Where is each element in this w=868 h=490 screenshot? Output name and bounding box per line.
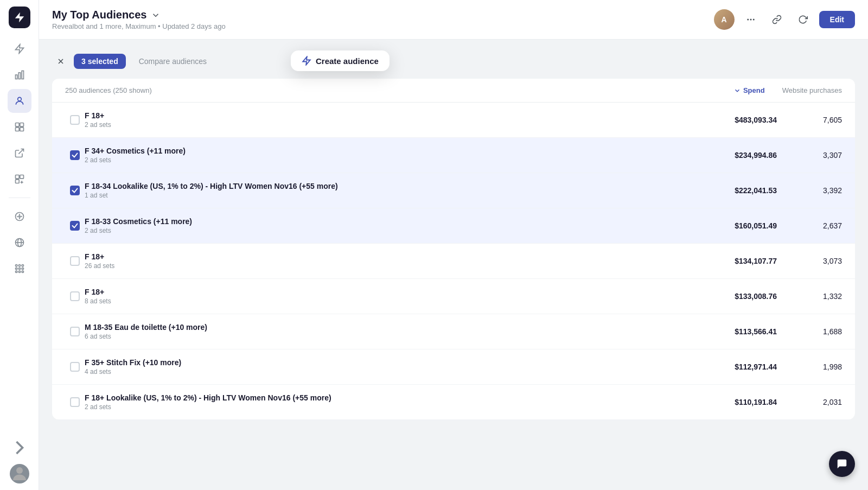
- sidebar-item-export[interactable]: [8, 141, 31, 165]
- audience-spend: $113,566.41: [690, 327, 777, 336]
- svg-marker-34: [303, 57, 310, 65]
- audience-purchases: 7,605: [777, 116, 842, 124]
- logo-icon: [14, 11, 25, 23]
- table-row[interactable]: F 18-33 Cosmetics (+11 more) 2 ad sets $…: [52, 208, 855, 244]
- audience-spend: $483,093.34: [690, 116, 777, 124]
- dropdown-arrow-icon: [151, 10, 161, 20]
- table-row[interactable]: F 34+ Cosmetics (+11 more) 2 ad sets $23…: [52, 138, 855, 173]
- collapse-sidebar-button[interactable]: [8, 436, 31, 460]
- row-checkbox-area[interactable]: [65, 256, 85, 266]
- row-checkbox[interactable]: [70, 115, 80, 125]
- row-checkbox-area[interactable]: [65, 397, 85, 407]
- row-checkbox[interactable]: [70, 186, 80, 195]
- row-checkbox[interactable]: [70, 150, 80, 160]
- audience-sub: 8 ad sets: [85, 297, 690, 305]
- header-subtitle: Revealbot and 1 more, Maximum • Updated …: [52, 22, 226, 30]
- user-avatar[interactable]: [10, 464, 29, 483]
- link-icon: [772, 15, 782, 24]
- globe-icon: [14, 237, 25, 248]
- row-checkbox[interactable]: [70, 221, 80, 231]
- flash-icon: [14, 43, 25, 54]
- more-options-button[interactable]: [741, 10, 761, 29]
- sidebar-item-globe[interactable]: [8, 231, 31, 254]
- svg-rect-3: [22, 71, 23, 79]
- row-checkbox-area[interactable]: [65, 186, 85, 195]
- row-checkbox[interactable]: [70, 397, 80, 407]
- audience-name: F 35+ Stitch Fix (+10 more): [85, 358, 690, 367]
- audience-spend: $222,041.53: [690, 186, 777, 195]
- purchases-column-header: Website purchases: [782, 86, 842, 94]
- sidebar-item-flash[interactable]: [8, 37, 31, 61]
- main-content: My Top Audiences Revealbot and 1 more, M…: [39, 0, 868, 490]
- audience-purchases: 3,073: [777, 257, 842, 265]
- row-checkbox-area[interactable]: [65, 150, 85, 160]
- row-checkbox-area[interactable]: [65, 327, 85, 336]
- svg-rect-8: [20, 128, 23, 131]
- audience-sub: 2 ad sets: [85, 156, 690, 164]
- audience-spend: $134,107.77: [690, 257, 777, 265]
- svg-point-29: [747, 19, 749, 21]
- sort-down-icon: [733, 87, 741, 94]
- close-icon: [56, 57, 65, 66]
- link-button[interactable]: [767, 10, 787, 29]
- app-logo[interactable]: [9, 7, 30, 28]
- audience-sub: 2 ad sets: [85, 227, 690, 234]
- chat-support-button[interactable]: [829, 451, 855, 477]
- table-row[interactable]: F 18+ 2 ad sets $483,093.34 7,605: [52, 103, 855, 138]
- refresh-button[interactable]: [793, 10, 813, 29]
- sidebar-item-bar-chart[interactable]: [8, 63, 31, 87]
- page-title-text: My Top Audiences: [52, 9, 146, 21]
- audience-purchases: 2,031: [777, 398, 842, 406]
- audience-spend: $110,191.84: [690, 398, 777, 406]
- audience-rows-container: F 18+ 2 ad sets $483,093.34 7,605 F 34+ …: [52, 103, 855, 419]
- svg-point-25: [15, 271, 17, 272]
- sidebar-item-grid[interactable]: [8, 257, 31, 281]
- table-row[interactable]: F 35+ Stitch Fix (+10 more) 4 ad sets $1…: [52, 349, 855, 385]
- sidebar-item-add-widget[interactable]: [8, 167, 31, 191]
- create-audience-label: Create audience: [316, 56, 379, 66]
- row-checkbox[interactable]: [70, 327, 80, 336]
- audiences-icon: [14, 96, 25, 106]
- svg-point-4: [17, 97, 21, 101]
- checkmark-icon: [72, 222, 78, 229]
- audience-info: F 18+ 8 ad sets: [85, 288, 690, 305]
- table-row[interactable]: F 18-34 Lookalike (US, 1% to 2%) - High …: [52, 173, 855, 208]
- row-checkbox[interactable]: [70, 362, 80, 372]
- row-checkbox-area[interactable]: [65, 115, 85, 125]
- row-checkbox-area[interactable]: [65, 221, 85, 231]
- table-row[interactable]: M 18-35 Eau de toilette (+10 more) 6 ad …: [52, 314, 855, 349]
- row-checkbox-area[interactable]: [65, 362, 85, 372]
- audience-info: F 34+ Cosmetics (+11 more) 2 ad sets: [85, 147, 690, 164]
- svg-point-30: [750, 19, 751, 21]
- edit-button[interactable]: Edit: [819, 11, 855, 28]
- table-row[interactable]: F 18+ Lookalike (US, 1% to 2%) - High LT…: [52, 385, 855, 419]
- page-title[interactable]: My Top Audiences: [52, 9, 226, 21]
- audience-sub: 26 ad sets: [85, 262, 690, 270]
- gallery-icon: [14, 122, 25, 132]
- sidebar-item-audiences[interactable]: [8, 89, 31, 113]
- audience-name: F 18-33 Cosmetics (+11 more): [85, 217, 690, 226]
- sidebar-item-gallery[interactable]: [8, 115, 31, 139]
- svg-rect-6: [20, 123, 23, 127]
- audience-name: F 18-34 Lookalike (US, 1% to 2%) - High …: [85, 182, 690, 190]
- grid-icon: [14, 263, 25, 274]
- spend-column-header[interactable]: Spend: [733, 86, 765, 94]
- row-checkbox[interactable]: [70, 256, 80, 266]
- close-selection-button[interactable]: [52, 53, 69, 70]
- create-audience-popup[interactable]: Create audience: [291, 50, 390, 71]
- bolt-icon: [14, 211, 25, 222]
- compare-audiences-button[interactable]: Compare audiences: [130, 54, 215, 69]
- audience-info: M 18-35 Eau de toilette (+10 more) 6 ad …: [85, 323, 690, 340]
- svg-point-22: [15, 268, 17, 269]
- audience-purchases: 1,688: [777, 327, 842, 336]
- selected-count-badge[interactable]: 3 selected: [74, 54, 126, 69]
- table-row[interactable]: F 18+ 8 ad sets $133,008.76 1,332: [52, 279, 855, 314]
- svg-rect-5: [15, 123, 19, 127]
- audience-sub: 6 ad sets: [85, 333, 690, 340]
- table-row[interactable]: F 18+ 26 ad sets $134,107.77 3,073: [52, 244, 855, 279]
- table-columns: Spend Website purchases: [733, 86, 842, 94]
- row-checkbox-area[interactable]: [65, 291, 85, 301]
- row-checkbox[interactable]: [70, 291, 80, 301]
- sidebar-bottom: [8, 436, 31, 483]
- sidebar-item-bolt[interactable]: [8, 205, 31, 228]
